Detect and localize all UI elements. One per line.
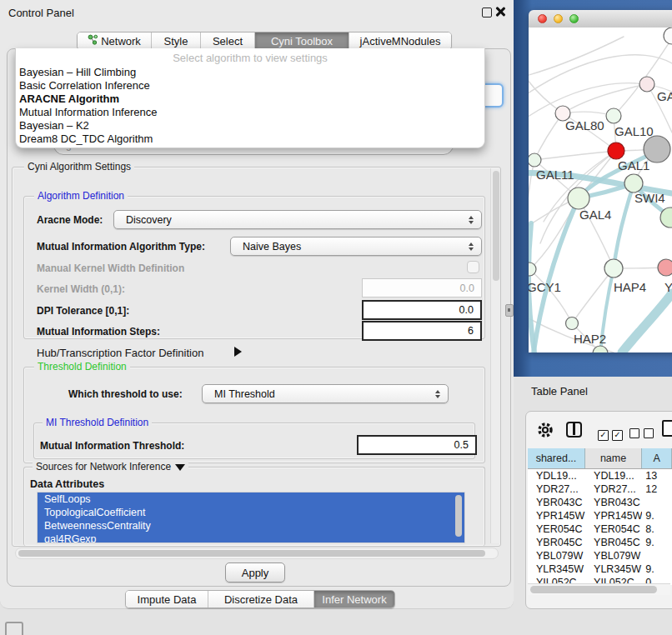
table-cell: YLR345W [528,562,585,576]
screen: Control Panel NetworkStyleSelectCyni Too… [0,0,672,635]
tab-network[interactable]: Network [78,32,152,49]
settings-scrollbar-track[interactable] [490,168,500,543]
algorithm-option-basic-correlation-inference[interactable]: Basic Correlation Inference [16,79,484,92]
table-row[interactable]: YBR043CYBR043C [528,496,672,509]
column-header-a[interactable]: A [642,448,672,468]
tab-infer-network[interactable]: Infer Network [314,591,394,608]
tab-label: Style [164,35,188,48]
algorithm-definition-title: Algorithm Definition [34,190,128,202]
attribute-list-scrollbar-thumb[interactable] [455,495,462,537]
settings-hscroll-track[interactable] [15,548,499,559]
algorithm-option-bayesian-hill-climbing[interactable]: Bayesian – Hill Climbing [16,66,484,79]
hub-definition-label[interactable]: Hub/Transcription Factor Definition [37,347,203,359]
table-row[interactable]: YPR145WYPR145W9. [528,509,672,522]
network-node-gal10[interactable] [606,108,621,123]
select-all-checks-icon[interactable]: ✓✓ [598,426,626,441]
network-canvas[interactable]: GALGAL80GAL10GAL1GAL11SWI4GAL4GCY1HAP4YH… [529,28,672,352]
tab-discretize-data[interactable]: Discretize Data [208,591,314,608]
network-node-gal11[interactable] [529,153,541,167]
tab-jactivemnodules[interactable]: jActiveMNodules [349,32,451,49]
dpi-tolerance-field[interactable]: 0.0 [362,300,482,320]
algorithm-option-dream8-dc-tdc-algorithm[interactable]: Dream8 DC_TDC Algorithm [16,132,484,146]
algorithm-option-aracne-algorithm[interactable]: ARACNE Algorithm [16,92,484,106]
cyni-algorithm-settings-title: Cyni Algorithm Settings [24,161,134,173]
node-label: GCY1 [529,280,561,294]
manual-kernel-checkbox[interactable] [467,261,479,273]
attribute-item-selfloops[interactable]: SelfLoops [38,492,464,506]
network-node-swi4[interactable] [624,174,643,192]
table-row[interactable]: YLR345WYLR345W9. [528,562,672,576]
node-label: GAL1 [618,158,649,172]
table-row[interactable]: YBL079WYBL079W [528,549,672,562]
mi-threshold-label: Mutual Information Threshold: [40,440,184,452]
table-cell: 8. [642,522,672,536]
tab-label: Infer Network [322,593,386,606]
close-panel-icon[interactable] [495,7,505,17]
tab-select[interactable]: Select [201,32,255,49]
network-node-y[interactable] [658,259,672,276]
aracne-mode-combo[interactable]: Discovery [113,210,482,229]
tab-label: jActiveMNodules [360,35,441,48]
clear-checks-icon[interactable] [629,427,658,442]
table-cell: 13 [642,469,672,482]
minimized-panel-icon[interactable] [5,622,23,635]
which-threshold-combo[interactable]: MI Threshold [202,384,449,403]
kernel-width-field[interactable]: 0.0 [362,278,482,298]
network-window-titlebar[interactable] [529,10,672,28]
aracne-mode-label: Aracne Mode: [37,214,103,226]
tab-cyni-toolbox[interactable]: Cyni Toolbox [255,32,349,49]
network-node-gal4[interactable] [568,188,589,209]
float-panel-icon[interactable] [482,8,492,18]
network-node[interactable] [664,28,672,44]
network-node-gal[interactable] [639,77,654,92]
table-header-row: shared...nameA [528,448,672,469]
table-row[interactable]: YER054CYER054C8. [528,522,672,536]
zoom-window-icon[interactable] [569,14,579,23]
table-cell: YDR27... [585,482,642,496]
algorithm-option-mutual-information-inference[interactable]: Mutual Information Inference [16,106,484,119]
table-row[interactable]: YDR27...YDR27...12 [528,482,672,496]
sources-collapse-icon[interactable] [175,464,185,471]
settings-hscroll-thumb[interactable] [18,550,485,557]
tab-label: Discretize Data [224,593,298,606]
settings-scrollbar-thumb[interactable] [493,171,499,281]
attribute-item-gal4rgexp[interactable]: gal4RGexp [38,532,464,543]
column-header-name[interactable]: name [585,448,642,468]
network-node-hap4[interactable] [604,259,623,278]
network-node[interactable] [644,136,670,162]
threshold-definition-title: Threshold Definition [34,361,130,373]
network-node-gal1[interactable] [608,142,624,159]
table-cell: 9. [642,509,672,522]
table-row[interactable]: YDL19...YDL19...13 [528,469,672,482]
close-window-icon[interactable] [538,14,547,23]
table-hscroll-track[interactable] [528,583,670,595]
tab-impute-data[interactable]: Impute Data [126,591,208,608]
table-hscroll-thumb[interactable] [530,586,657,593]
network-node-hap2[interactable] [566,318,579,330]
algorithm-dropdown-popup: Select algorithm to view settings Bayesi… [15,48,485,148]
minimize-window-icon[interactable] [554,14,563,23]
mi-threshold-field[interactable]: 0.5 [357,435,477,455]
mi-steps-field[interactable]: 6 [362,321,482,341]
column-header-shared-[interactable]: shared... [528,448,585,468]
mi-algorithm-type-combo[interactable]: Naive Bayes [230,237,482,256]
table-cell: 9. [642,536,672,549]
attribute-item-topologicalcoefficient[interactable]: TopologicalCoefficient [38,506,464,519]
mi-threshold-definition-title: MI Threshold Definition [43,417,152,429]
document-icon[interactable] [662,420,672,437]
tab-style[interactable]: Style [152,32,201,49]
table-cell: YBL079W [585,549,642,562]
apply-button[interactable]: Apply [225,562,285,582]
panel-splitter-handle[interactable] [505,304,514,317]
table-cell: YDR27... [528,482,585,496]
table-cell [642,549,672,562]
table-row[interactable]: YBR045CYBR045C9. [528,536,672,549]
gear-icon[interactable] [537,422,554,442]
node-label: HAP2 [574,332,606,346]
split-columns-icon[interactable] [566,422,582,438]
network-edge [614,184,634,268]
algorithm-option-bayesian-k2[interactable]: Bayesian – K2 [16,119,484,132]
hub-expand-icon[interactable] [234,347,242,357]
dpi-tolerance-label: DPI Tolerance [0,1]: [37,305,129,317]
attribute-item-betweennesscentrality[interactable]: BetweennessCentrality [38,519,464,532]
